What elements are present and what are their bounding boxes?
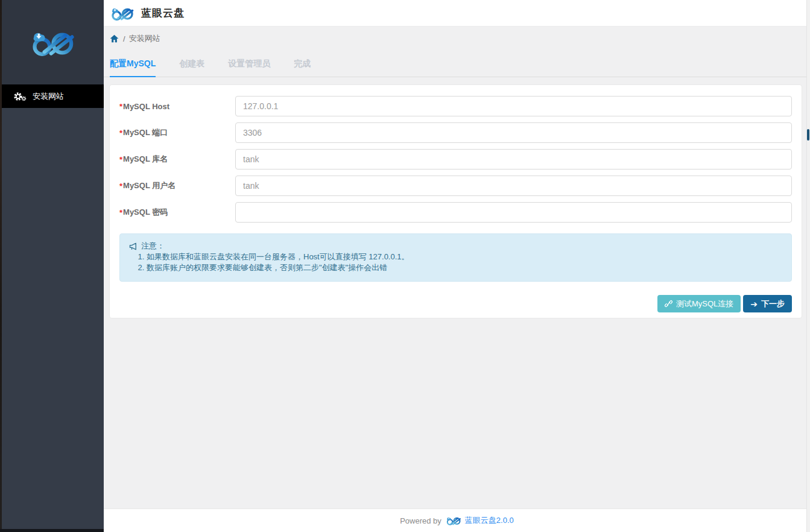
required-marker: * <box>119 102 122 111</box>
required-marker: * <box>119 128 122 138</box>
notice-item: 数据库账户的权限要求要能够创建表，否则第二步"创建表"操作会出错 <box>147 262 782 273</box>
footer: Powered by 蓝眼云盘2.0.0 <box>104 508 810 532</box>
megaphone-icon <box>129 242 138 250</box>
main-area: 蓝眼云盘 / 安装网站 配置MySQL 创建表 设置管理员 完成 <box>104 0 810 532</box>
sidebar-item-label: 安装网站 <box>33 91 64 102</box>
page-title: 蓝眼云盘 <box>141 6 185 20</box>
page: 安装网站 蓝眼云盘 / 安装网站 配置MySQL 创建表 设置管理员 <box>0 0 810 532</box>
form-row-mysql-username: * MySQL 用户名 <box>119 176 792 196</box>
notice-title: 注意： <box>141 241 165 252</box>
field-label: * MySQL 库名 <box>119 149 235 169</box>
content: * MySQL Host * MySQL 端口 * MySQL 库名 <box>104 77 810 508</box>
sidebar-item-install-site[interactable]: 安装网站 <box>0 84 104 108</box>
scrollbar-thumb[interactable] <box>807 129 809 141</box>
breadcrumb-separator: / <box>123 34 125 43</box>
mysql-password-input[interactable] <box>235 202 792 223</box>
home-icon[interactable] <box>110 34 119 43</box>
sidebar-edge-texture <box>0 0 2 529</box>
form-row-mysql-schema: * MySQL 库名 <box>119 149 792 169</box>
field-label: * MySQL Host <box>119 96 235 116</box>
notice-box: 注意： 如果数据库和蓝眼云盘安装在同一台服务器，Host可以直接填写 127.0… <box>119 233 792 282</box>
test-mysql-connection-button[interactable]: 测试MySQL连接 <box>657 295 741 312</box>
cogs-icon <box>13 92 27 101</box>
sidebar: 安装网站 <box>0 0 104 529</box>
powered-by-label: Powered by <box>400 516 441 525</box>
header: 蓝眼云盘 <box>104 0 810 27</box>
required-marker: * <box>119 155 122 164</box>
arrow-right-icon: ➔ <box>750 299 758 309</box>
next-step-button[interactable]: ➔ 下一步 <box>743 295 792 312</box>
mysql-port-input[interactable] <box>235 122 792 143</box>
brand-logo-icon <box>445 515 461 526</box>
brand-logo-icon <box>27 27 77 58</box>
tab-create-tables: 创建表 <box>179 51 204 77</box>
tab-finish: 完成 <box>294 51 311 77</box>
field-label: * MySQL 用户名 <box>119 176 235 196</box>
notice-list: 如果数据库和蓝眼云盘安装在同一台服务器，Host可以直接填写 127.0.0.1… <box>129 252 782 273</box>
scrollbar[interactable] <box>806 0 810 532</box>
required-marker: * <box>119 182 122 191</box>
sidebar-logo <box>0 0 104 84</box>
required-marker: * <box>119 208 122 217</box>
field-label: * MySQL 密码 <box>119 202 235 223</box>
brand-logo-icon <box>109 4 134 22</box>
mysql-username-input[interactable] <box>235 176 792 196</box>
sidebar-bottom-strip <box>0 529 104 532</box>
mysql-host-input[interactable] <box>235 96 792 116</box>
link-icon <box>665 300 672 308</box>
form-row-mysql-port: * MySQL 端口 <box>119 122 792 143</box>
form-actions: 测试MySQL连接 ➔ 下一步 <box>119 295 792 312</box>
breadcrumb: / 安装网站 <box>104 27 810 51</box>
footer-brand-link[interactable]: 蓝眼云盘2.0.0 <box>465 515 514 526</box>
wizard-tabs: 配置MySQL 创建表 设置管理员 完成 <box>104 51 810 77</box>
form-row-mysql-password: * MySQL 密码 <box>119 202 792 223</box>
form-row-mysql-host: * MySQL Host <box>119 96 792 116</box>
mysql-schema-input[interactable] <box>235 149 792 169</box>
notice-item: 如果数据库和蓝眼云盘安装在同一台服务器，Host可以直接填写 127.0.0.1… <box>147 252 782 262</box>
tab-configure-mysql[interactable]: 配置MySQL <box>110 51 156 77</box>
tab-set-admin: 设置管理员 <box>228 51 270 77</box>
mysql-config-card: * MySQL Host * MySQL 端口 * MySQL 库名 <box>109 84 802 318</box>
breadcrumb-current: 安装网站 <box>129 33 160 44</box>
field-label: * MySQL 端口 <box>119 122 235 143</box>
